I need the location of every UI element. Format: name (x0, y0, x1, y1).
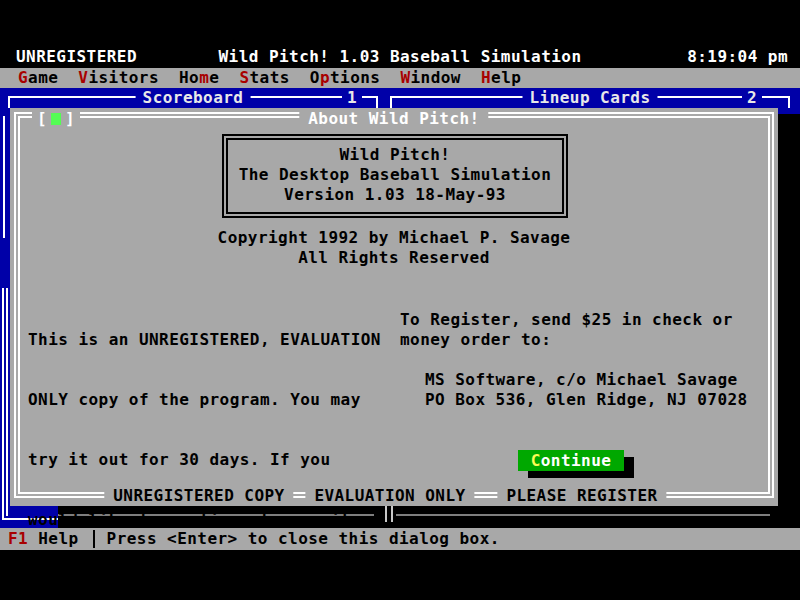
clock: 8:19:04 pm (687, 47, 788, 67)
product-name: Wild Pitch! (228, 145, 562, 165)
menu-item-game[interactable]: Game (18, 68, 58, 88)
close-icon[interactable] (51, 113, 61, 125)
window-border-line (396, 514, 770, 516)
footer-unregistered-copy: UNREGISTERED COPY (104, 486, 293, 506)
f1-help-shortcut[interactable]: F1 Help (8, 529, 79, 549)
top-title-bar: UNREGISTERED Wild Pitch! 1.03 Baseball S… (0, 46, 800, 68)
window-number-lineup-cards: 2 (742, 88, 762, 108)
eval-line: would like to continue to use it, (28, 510, 381, 530)
about-dialog: [] About Wild Pitch! Wild Pitch! The Des… (10, 108, 778, 506)
status-bar-divider (93, 530, 95, 548)
window-title-lineup-cards[interactable]: Lineup Cards (523, 88, 658, 108)
close-bracket-left: [ (37, 109, 47, 128)
window-header-scoreboard[interactable]: Scoreboard 1 (8, 88, 378, 108)
continue-button[interactable]: Continue (518, 450, 624, 471)
continue-button-label: ontinue (541, 451, 612, 470)
footer-evaluation-only: EVALUATION ONLY (305, 486, 474, 506)
eval-line: This is an UNREGISTERED, EVALUATION (28, 330, 381, 350)
menu-item-window[interactable]: Window (400, 68, 461, 88)
window-border-line (2, 288, 4, 506)
register-address-line: MS Software, c/o Michael Savage (425, 370, 738, 390)
window-border-line (391, 506, 393, 522)
copyright-block: Copyright 1992 by Michael P. Savage All … (10, 228, 778, 268)
eval-line: ONLY copy of the program. You may (28, 390, 381, 410)
f1-key-label: F1 (8, 529, 28, 548)
close-button[interactable]: [] (32, 109, 80, 129)
copyright-line: Copyright 1992 by Michael P. Savage (10, 228, 778, 248)
window-border-line (3, 116, 5, 238)
window-border-corner (8, 96, 10, 108)
window-border-corner (788, 96, 790, 108)
rights-line: All Rights Reserved (10, 248, 778, 268)
status-bar: F1 Help Press <Enter> to close this dial… (0, 528, 800, 550)
about-info-box: Wild Pitch! The Desktop Baseball Simulat… (222, 134, 568, 218)
menu-item-stats[interactable]: Stats (239, 68, 289, 88)
app-title: Wild Pitch! 1.03 Baseball Simulation (219, 47, 582, 67)
window-border-line (385, 506, 387, 522)
window-border-corner (376, 96, 378, 108)
close-bracket-right: ] (65, 109, 75, 128)
dialog-title: About Wild Pitch! (299, 109, 488, 129)
window-border-line (6, 506, 8, 516)
desktop-window-title-row: Scoreboard 1 Lineup Cards 2 (0, 88, 800, 108)
window-border-corner (390, 96, 392, 108)
window-header-lineup-cards[interactable]: Lineup Cards 2 (390, 88, 790, 108)
product-tagline: The Desktop Baseball Simulation (228, 165, 562, 185)
menu-item-help[interactable]: Help (481, 68, 521, 88)
registration-status: UNREGISTERED (16, 47, 137, 67)
dialog-shadow-right (778, 114, 800, 528)
help-label: Help (38, 529, 78, 548)
register-instruction-line: To Register, send $25 in check or (400, 310, 733, 330)
eval-line: you'll have to register. When you (28, 570, 381, 590)
window-number-scoreboard: 1 (342, 88, 362, 108)
menu-item-home[interactable]: Home (179, 68, 219, 88)
background-window-left-edge (0, 108, 10, 528)
menu-bar: Game Visitors Home Stats Options Window … (0, 68, 800, 88)
register-address-line: PO Box 536, Glen Ridge, NJ 07028 (425, 390, 748, 410)
footer-please-register: PLEASE REGISTER (497, 486, 666, 506)
menu-item-options[interactable]: Options (310, 68, 381, 88)
app-screen: UNREGISTERED Wild Pitch! 1.03 Baseball S… (0, 0, 800, 600)
window-title-scoreboard[interactable]: Scoreboard (136, 88, 251, 108)
window-border-line (6, 288, 8, 506)
status-message: Press <Enter> to close this dialog box. (107, 529, 500, 549)
continue-button-hotkey: C (531, 451, 541, 470)
register-instruction-line: money order to: (400, 330, 551, 350)
eval-line: try it out for 30 days. If you (28, 450, 381, 470)
evaluation-text: This is an UNREGISTERED, EVALUATION ONLY… (28, 290, 381, 600)
product-version: Version 1.03 18-May-93 (228, 185, 562, 205)
menu-item-visitors[interactable]: Visitors (78, 68, 159, 88)
